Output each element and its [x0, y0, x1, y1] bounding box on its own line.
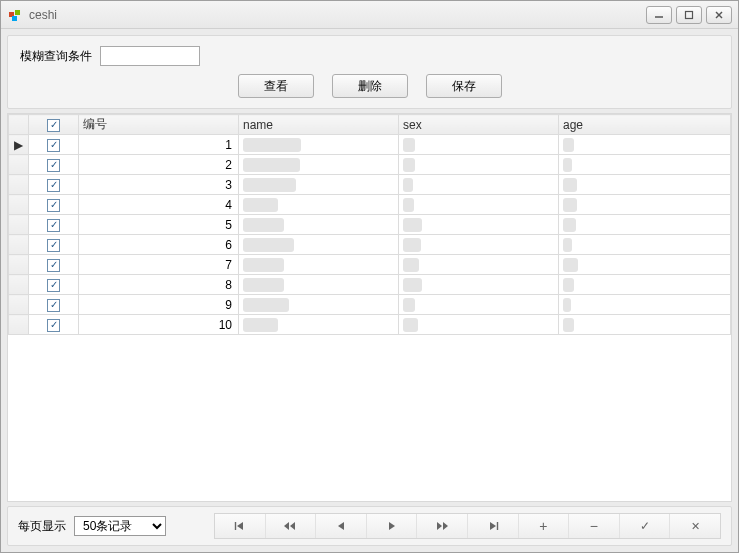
row-checkbox-cell[interactable]: ✓: [29, 175, 79, 195]
fast-back-button[interactable]: [266, 514, 317, 538]
row-checkbox[interactable]: ✓: [47, 259, 60, 272]
row-checkbox[interactable]: ✓: [47, 299, 60, 312]
prev-button[interactable]: [316, 514, 367, 538]
cell-id[interactable]: 1: [79, 135, 239, 155]
cell-name[interactable]: [239, 195, 399, 215]
header-sex[interactable]: sex: [399, 115, 559, 135]
cell-name[interactable]: [239, 135, 399, 155]
cell-age[interactable]: [559, 255, 731, 275]
row-checkbox[interactable]: ✓: [47, 319, 60, 332]
cell-id[interactable]: 8: [79, 275, 239, 295]
add-button[interactable]: +: [519, 514, 570, 538]
pager-bar: +−✓✕: [214, 513, 721, 539]
minimize-button[interactable]: [646, 6, 672, 24]
cell-age[interactable]: [559, 215, 731, 235]
toolbar-panel: 模糊查询条件 查看 删除 保存: [7, 35, 732, 109]
first-page-button[interactable]: [215, 514, 266, 538]
remove-button[interactable]: −: [569, 514, 620, 538]
cell-name[interactable]: [239, 215, 399, 235]
search-input[interactable]: [100, 46, 200, 66]
cell-name[interactable]: [239, 275, 399, 295]
cell-sex[interactable]: [399, 235, 559, 255]
table-row[interactable]: ✓3: [9, 175, 731, 195]
cell-name[interactable]: [239, 235, 399, 255]
grid-header-row: ✓ 编号 name sex age: [9, 115, 731, 135]
cell-age[interactable]: [559, 275, 731, 295]
cell-age[interactable]: [559, 295, 731, 315]
cell-sex[interactable]: [399, 275, 559, 295]
row-checkbox-cell[interactable]: ✓: [29, 195, 79, 215]
cancel-button[interactable]: ✕: [670, 514, 720, 538]
row-checkbox[interactable]: ✓: [47, 139, 60, 152]
cell-name[interactable]: [239, 155, 399, 175]
cell-sex[interactable]: [399, 135, 559, 155]
cell-id[interactable]: 7: [79, 255, 239, 275]
cell-sex[interactable]: [399, 255, 559, 275]
row-checkbox[interactable]: ✓: [47, 279, 60, 292]
cell-sex[interactable]: [399, 215, 559, 235]
cell-age[interactable]: [559, 195, 731, 215]
row-checkbox-cell[interactable]: ✓: [29, 215, 79, 235]
cell-id[interactable]: 6: [79, 235, 239, 255]
table-row[interactable]: ▶✓1: [9, 135, 731, 155]
cell-sex[interactable]: [399, 195, 559, 215]
cell-sex[interactable]: [399, 175, 559, 195]
header-name[interactable]: name: [239, 115, 399, 135]
close-button[interactable]: [706, 6, 732, 24]
delete-button[interactable]: 删除: [332, 74, 408, 98]
cell-id[interactable]: 9: [79, 295, 239, 315]
header-age[interactable]: age: [559, 115, 731, 135]
row-checkbox-cell[interactable]: ✓: [29, 275, 79, 295]
cell-id[interactable]: 2: [79, 155, 239, 175]
cell-id[interactable]: 10: [79, 315, 239, 335]
header-checkbox[interactable]: ✓: [47, 119, 60, 132]
cell-id[interactable]: 4: [79, 195, 239, 215]
cell-name[interactable]: [239, 175, 399, 195]
next-button[interactable]: [367, 514, 418, 538]
row-checkbox[interactable]: ✓: [47, 199, 60, 212]
table-row[interactable]: ✓4: [9, 195, 731, 215]
row-checkbox-cell[interactable]: ✓: [29, 255, 79, 275]
svg-marker-13: [437, 522, 442, 530]
data-grid[interactable]: ✓ 编号 name sex age ▶✓1✓2✓3✓4✓5✓6✓7✓8✓9✓10: [7, 113, 732, 502]
pager-panel: 每页显示 50条记录 +−✓✕: [7, 506, 732, 546]
fast-forward-button[interactable]: [417, 514, 468, 538]
row-checkbox-cell[interactable]: ✓: [29, 235, 79, 255]
maximize-button[interactable]: [676, 6, 702, 24]
cell-age[interactable]: [559, 155, 731, 175]
row-checkbox[interactable]: ✓: [47, 179, 60, 192]
header-checkbox-cell[interactable]: ✓: [29, 115, 79, 135]
cell-sex[interactable]: [399, 155, 559, 175]
row-checkbox-cell[interactable]: ✓: [29, 155, 79, 175]
row-checkbox[interactable]: ✓: [47, 159, 60, 172]
save-button[interactable]: 保存: [426, 74, 502, 98]
view-button[interactable]: 查看: [238, 74, 314, 98]
header-id[interactable]: 编号: [79, 115, 239, 135]
cell-sex[interactable]: [399, 315, 559, 335]
cell-name[interactable]: [239, 295, 399, 315]
table-row[interactable]: ✓9: [9, 295, 731, 315]
row-checkbox-cell[interactable]: ✓: [29, 295, 79, 315]
table-row[interactable]: ✓10: [9, 315, 731, 335]
cell-age[interactable]: [559, 315, 731, 335]
table-row[interactable]: ✓7: [9, 255, 731, 275]
table-row[interactable]: ✓5: [9, 215, 731, 235]
row-checkbox-cell[interactable]: ✓: [29, 315, 79, 335]
cell-age[interactable]: [559, 175, 731, 195]
row-checkbox-cell[interactable]: ✓: [29, 135, 79, 155]
cell-sex[interactable]: [399, 295, 559, 315]
table-row[interactable]: ✓8: [9, 275, 731, 295]
pagesize-select[interactable]: 50条记录: [74, 516, 166, 536]
last-page-button[interactable]: [468, 514, 519, 538]
cell-name[interactable]: [239, 315, 399, 335]
cell-age[interactable]: [559, 135, 731, 155]
row-checkbox[interactable]: ✓: [47, 219, 60, 232]
table-row[interactable]: ✓2: [9, 155, 731, 175]
table-row[interactable]: ✓6: [9, 235, 731, 255]
row-checkbox[interactable]: ✓: [47, 239, 60, 252]
cell-id[interactable]: 5: [79, 215, 239, 235]
cell-age[interactable]: [559, 235, 731, 255]
commit-button[interactable]: ✓: [620, 514, 671, 538]
cell-name[interactable]: [239, 255, 399, 275]
cell-id[interactable]: 3: [79, 175, 239, 195]
